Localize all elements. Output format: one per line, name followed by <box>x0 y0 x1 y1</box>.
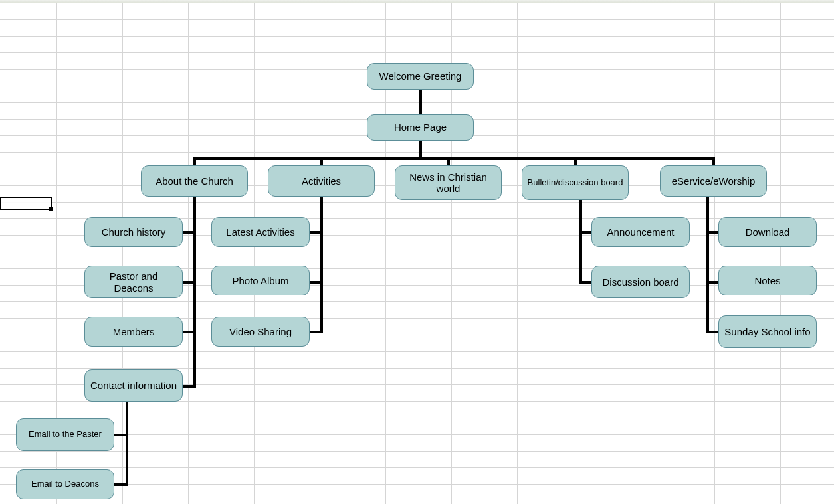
node-members[interactable]: Members <box>84 317 183 347</box>
selected-cell-indicator[interactable] <box>0 197 52 210</box>
node-activities[interactable]: Activities <box>268 165 375 197</box>
connector <box>419 88 422 115</box>
node-bulletin[interactable]: Bulletin/discussion board <box>522 165 629 200</box>
node-news[interactable]: News in Christian world <box>395 165 502 200</box>
node-label: Sunday School info <box>724 326 810 337</box>
node-label: Bulletin/discussion board <box>528 178 623 188</box>
node-contact-information[interactable]: Contact information <box>84 369 183 402</box>
connector <box>706 331 720 333</box>
connector <box>113 434 128 436</box>
connector <box>706 281 720 284</box>
connector <box>181 385 196 388</box>
node-label: Notes <box>754 275 780 286</box>
connector <box>309 331 323 333</box>
connector <box>193 157 715 160</box>
node-email-deacons[interactable]: Email to Deacons <box>16 469 114 499</box>
node-about-church[interactable]: About the Church <box>141 165 248 197</box>
connector <box>706 231 720 234</box>
node-download[interactable]: Download <box>718 217 817 247</box>
connector <box>181 231 196 234</box>
node-church-history[interactable]: Church history <box>84 217 183 247</box>
connector <box>579 231 593 234</box>
node-label: About the Church <box>156 175 233 187</box>
connector <box>320 196 323 332</box>
sheet-top-border <box>0 0 834 3</box>
node-label: Welcome Greeting <box>379 70 462 82</box>
node-label: Announcement <box>607 226 675 238</box>
node-label: Activities <box>302 175 341 187</box>
node-sunday-school[interactable]: Sunday School info <box>718 315 817 348</box>
connector <box>309 231 323 234</box>
diagram-canvas: Welcome Greeting Home Page About the Chu… <box>0 0 834 504</box>
node-label: News in Christian world <box>399 171 497 195</box>
node-label: Contact information <box>90 380 177 391</box>
connector <box>113 483 128 486</box>
connector <box>309 281 323 284</box>
node-latest-activities[interactable]: Latest Activities <box>211 217 310 247</box>
node-home-page[interactable]: Home Page <box>367 114 474 141</box>
node-discussion-board[interactable]: Discussion board <box>591 266 690 298</box>
connector <box>126 400 128 485</box>
node-label: Video Sharing <box>229 326 292 337</box>
node-label: Email to the Paster <box>29 430 102 440</box>
node-label: Photo Album <box>232 275 288 286</box>
node-announcement[interactable]: Announcement <box>591 217 690 247</box>
node-email-pastor[interactable]: Email to the Paster <box>16 418 114 451</box>
node-label: eService/eWorship <box>672 175 756 187</box>
node-welcome-greeting[interactable]: Welcome Greeting <box>367 63 474 90</box>
node-label: Home Page <box>394 122 447 133</box>
node-video-sharing[interactable]: Video Sharing <box>211 317 310 347</box>
connector <box>579 199 582 284</box>
node-label: Pastor and Deacons <box>89 270 178 294</box>
node-label: Download <box>746 226 790 238</box>
node-label: Church history <box>102 226 166 238</box>
connector <box>706 196 709 332</box>
node-eservice[interactable]: eService/eWorship <box>660 165 767 197</box>
connector <box>579 281 593 284</box>
node-label: Discussion board <box>602 276 678 288</box>
connector <box>181 281 196 284</box>
node-photo-album[interactable]: Photo Album <box>211 266 310 295</box>
node-label: Email to Deacons <box>31 479 99 489</box>
node-label: Members <box>113 326 155 337</box>
connector <box>193 196 196 387</box>
connector <box>181 331 196 333</box>
connector <box>419 139 422 157</box>
node-label: Latest Activities <box>226 226 294 238</box>
node-pastor-deacons[interactable]: Pastor and Deacons <box>84 266 183 298</box>
node-notes[interactable]: Notes <box>718 266 817 295</box>
